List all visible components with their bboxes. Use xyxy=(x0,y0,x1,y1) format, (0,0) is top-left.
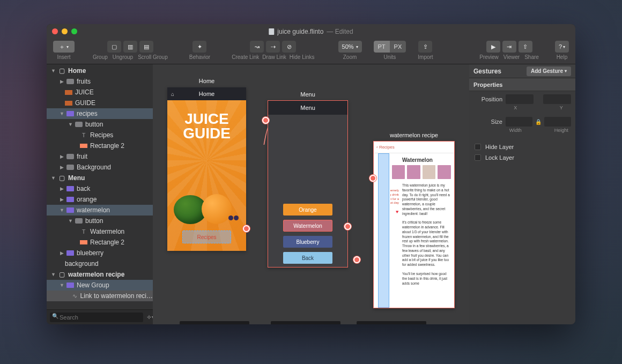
menu-back-button[interactable]: Back xyxy=(283,252,332,264)
lock-layer-check[interactable]: Lock Layer xyxy=(469,152,575,163)
tree-guide[interactable]: GUIDE xyxy=(47,98,153,108)
help-button[interactable]: ?▾ xyxy=(555,41,569,53)
insert-button[interactable]: ＋▾ xyxy=(53,41,75,53)
link-node-wm[interactable] xyxy=(344,223,351,230)
tree-button2[interactable]: ▼button xyxy=(47,216,153,226)
ungroup-button[interactable]: ▥ xyxy=(123,41,137,53)
group-label: Group xyxy=(93,54,108,60)
menu-watermelon-button[interactable]: Watermelon xyxy=(283,220,332,232)
hide-links-button[interactable]: ⊘ xyxy=(282,41,296,53)
preview-button[interactable]: ▶ xyxy=(486,41,500,53)
position-y-input[interactable] xyxy=(543,94,571,104)
orange-icon xyxy=(202,194,232,224)
tree-recipes[interactable]: ▼recipes xyxy=(47,108,153,119)
minimize-icon[interactable] xyxy=(62,28,68,34)
play-icon: ▶ xyxy=(491,43,495,50)
tree-back[interactable]: ▶back xyxy=(47,183,153,194)
fruits-image xyxy=(172,170,242,224)
unit-px-button[interactable]: PX xyxy=(390,41,406,53)
width-input[interactable] xyxy=(506,117,532,127)
lock-aspect-icon[interactable]: 🔒 xyxy=(536,119,541,124)
size-label: Size xyxy=(473,118,502,125)
recipe-content: Watermelon An extremely refreshing drink… xyxy=(390,154,451,306)
home-icon: ⌂ xyxy=(171,91,174,97)
folder-icon xyxy=(66,154,74,159)
tree-home[interactable]: ▼▢Home xyxy=(47,65,153,76)
ungroup-icon: ▥ xyxy=(128,43,133,50)
tree-button[interactable]: ▼button xyxy=(47,119,153,130)
screen-recipe[interactable]: watermelon recipe ‹ Recipes Watermelon A… xyxy=(373,141,455,308)
height-input[interactable] xyxy=(544,117,571,127)
canvas[interactable]: Home ⌂ Home JUICEGUIDE Recipes xyxy=(153,64,469,324)
help-label: Help xyxy=(557,54,568,60)
group-button[interactable]: ▢ xyxy=(107,41,121,53)
tree-wm-recipe[interactable]: ▼▢watermelon recipe xyxy=(47,269,153,280)
wand-icon: ✦ xyxy=(197,43,202,50)
tree-rect2b[interactable]: Rectangle 2 xyxy=(47,237,153,248)
home-body: JUICEGUIDE Recipes xyxy=(167,100,246,251)
drawlink-label: Draw Link xyxy=(262,54,286,60)
create-link-button[interactable]: ↝ xyxy=(250,41,264,53)
hide-layer-check[interactable]: Hide Layer xyxy=(469,142,575,152)
viewer-button[interactable]: ⇥ xyxy=(502,41,516,53)
search-input[interactable] xyxy=(50,313,143,322)
share-button[interactable]: ⇧ xyxy=(519,41,532,53)
screen-recipe-title: watermelon recipe xyxy=(374,132,454,138)
tree-blueberry[interactable]: ▶blueberry xyxy=(47,248,153,258)
import-button[interactable]: ⇪ xyxy=(418,41,432,53)
unit-pt-button[interactable]: PT xyxy=(374,41,390,53)
units-segment[interactable]: PT PX xyxy=(374,41,406,53)
tree-recipes-text[interactable]: TRecipes xyxy=(47,130,153,140)
gestures-header: Gestures Add Gesture▾ xyxy=(469,64,575,78)
screen-menu[interactable]: Menu Menu Orange Watermelon Blueberry Ba… xyxy=(268,100,348,268)
draw-link-icon: ⇢ xyxy=(271,43,276,50)
tree-link-wm[interactable]: ∿Link to watermelon reci… xyxy=(47,291,153,301)
tree-background2[interactable]: background xyxy=(47,258,153,269)
menu-orange-button[interactable]: Orange xyxy=(283,204,332,216)
link-node[interactable] xyxy=(243,225,250,232)
tree-background[interactable]: ▶Background xyxy=(47,162,153,173)
link-node-in2[interactable] xyxy=(369,175,376,182)
create-link-icon: ↝ xyxy=(255,43,260,50)
tree-fruit[interactable]: ▶fruit xyxy=(47,151,153,162)
tree-watermelon[interactable]: ▼watermelon xyxy=(47,205,153,216)
folder-icon xyxy=(66,165,74,170)
text-icon: T xyxy=(80,228,87,235)
tree-watermelon-text[interactable]: TWatermelon xyxy=(47,226,153,237)
layers-sidebar: ▼▢Home ▶fruits JUICE GUIDE ▼recipes ▼but… xyxy=(47,64,153,324)
tree-fruits[interactable]: ▶fruits xyxy=(47,76,153,87)
behavior-button[interactable]: ✦ xyxy=(192,41,206,53)
blueberries-icon xyxy=(228,216,240,225)
close-icon[interactable] xyxy=(52,28,58,34)
draw-link-button[interactable]: ⇢ xyxy=(266,41,280,53)
link-node-in[interactable] xyxy=(262,117,269,124)
width-label: Width xyxy=(506,128,525,133)
menu-blueberry-button[interactable]: Blueberry xyxy=(283,236,332,248)
zoom-value: 50% xyxy=(342,43,354,50)
hidelinks-label: Hide Links xyxy=(290,54,315,60)
recipes-button[interactable]: Recipes xyxy=(182,231,231,243)
viewer-icon: ⇥ xyxy=(507,43,512,50)
layer-tree[interactable]: ▼▢Home ▶fruits JUICE GUIDE ▼recipes ▼but… xyxy=(47,64,153,309)
behavior-label: Behavior xyxy=(189,54,210,60)
preview-label: Preview xyxy=(479,54,499,60)
zoom-dropdown[interactable]: 50%▾ xyxy=(338,41,362,53)
recipe-navbar: ‹ Recipes xyxy=(374,142,454,153)
tree-orange[interactable]: ▶orange xyxy=(47,194,153,205)
zoom-icon[interactable] xyxy=(71,28,77,34)
recipe-heading: Watermelon xyxy=(402,157,451,163)
position-x-input[interactable] xyxy=(506,94,534,104)
scroll-group-button[interactable]: ▤ xyxy=(139,41,153,53)
checkbox-icon xyxy=(475,154,481,161)
tree-juice[interactable]: JUICE xyxy=(47,87,153,98)
tree-rect2[interactable]: Rectangle 2 xyxy=(47,140,153,151)
recipe-back-button[interactable]: ‹ Recipes xyxy=(376,145,395,150)
screen-home[interactable]: Home ⌂ Home JUICEGUIDE Recipes xyxy=(167,87,246,251)
thumb-icon xyxy=(423,165,436,179)
link-node-back[interactable] xyxy=(353,256,360,263)
tree-menu[interactable]: ▼▢Menu xyxy=(47,173,153,183)
add-gesture-button[interactable]: Add Gesture▾ xyxy=(527,66,571,76)
tree-newgroup[interactable]: ▼New Group xyxy=(47,280,153,291)
scroll-guide[interactable] xyxy=(378,153,389,308)
gestures-label: Gestures xyxy=(473,68,501,75)
